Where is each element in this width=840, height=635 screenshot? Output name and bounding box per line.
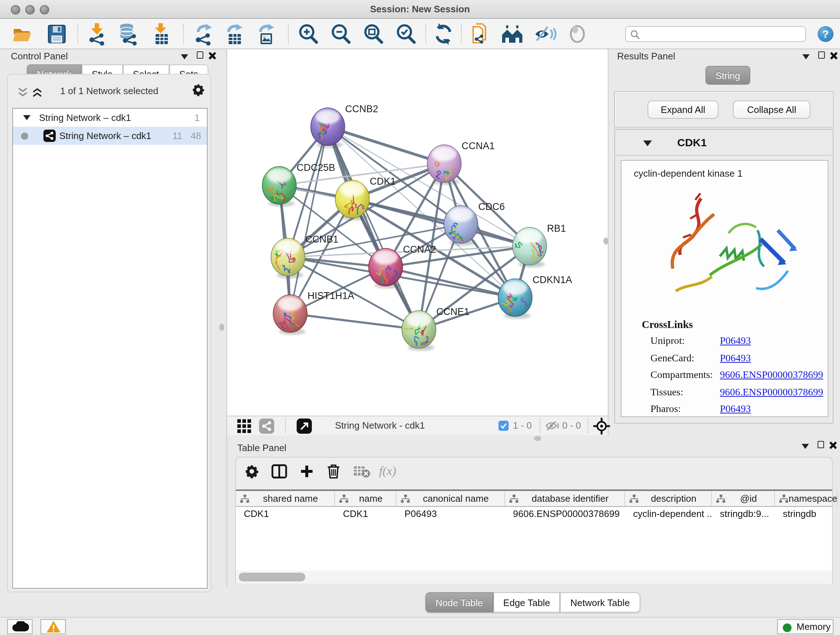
table-panel-close-icon[interactable] [829, 441, 836, 449]
expand-all-button[interactable]: Expand All [647, 101, 718, 119]
delete-column-icon[interactable] [327, 464, 340, 481]
open-external-icon[interactable] [297, 418, 312, 436]
hidden-counts: 0 - 0 [562, 420, 581, 431]
show-columns-icon[interactable] [271, 464, 287, 481]
import-network-from-database-icon[interactable] [117, 22, 140, 46]
collapse-all-networks-icon[interactable] [17, 88, 28, 96]
network-node-CCNB1[interactable] [271, 238, 305, 279]
refresh-icon[interactable] [432, 22, 455, 46]
zoom-fit-icon[interactable] [362, 22, 385, 46]
network-tree-child-row[interactable]: String Network – cdk1 11 48 [13, 127, 207, 145]
crosslink-link[interactable]: P06493 [720, 335, 751, 347]
network-graph[interactable]: CCNB2CCNA1CDC25BCDK1CDC6RB1CCNB1CCNA2CDK… [227, 49, 608, 416]
birds-eye-view-icon[interactable] [593, 418, 610, 437]
network-edge[interactable] [290, 314, 419, 329]
grid-view-icon[interactable] [237, 418, 252, 436]
network-options-gear-icon[interactable] [192, 83, 205, 96]
results-panel-menu-icon[interactable] [802, 54, 810, 59]
expand-all-networks-icon[interactable] [32, 88, 43, 96]
warning-status-button[interactable] [41, 619, 66, 634]
network-edge[interactable] [328, 127, 444, 164]
control-panel-float-icon[interactable] [197, 51, 203, 59]
import-table-icon[interactable] [150, 22, 173, 46]
function-builder-icon[interactable]: f(x) [379, 464, 396, 478]
scrollbar-thumb[interactable] [239, 573, 305, 581]
tab-node-table[interactable]: Node Table [425, 592, 493, 613]
column-label: canonical name [410, 493, 504, 504]
column-header-canonical-name[interactable]: canonical name [396, 491, 505, 506]
table-panel-float-icon[interactable] [818, 441, 824, 448]
table-row[interactable]: CDK1CDK1P064939606.ENSP00000378699cyclin… [236, 507, 832, 521]
new-table-icon[interactable] [223, 22, 246, 46]
share-document-icon[interactable] [470, 22, 493, 46]
right-splitter-handle[interactable] [603, 238, 608, 245]
results-panel-close-icon[interactable] [829, 51, 837, 59]
column-header-@id[interactable]: @id [712, 491, 775, 506]
delete-table-icon[interactable] [353, 464, 370, 481]
table-horizontal-scrollbar[interactable] [236, 570, 832, 584]
save-session-icon[interactable] [45, 22, 68, 46]
network-node-CDC6[interactable] [444, 206, 478, 248]
table-header-row: shared namenamecanonical namedatabase id… [236, 491, 832, 507]
tab-edge-table[interactable]: Edge Table [493, 592, 561, 613]
network-node-CCNA2[interactable] [369, 249, 403, 292]
column-header-shared-name[interactable]: shared name [236, 491, 335, 506]
crosslink-link[interactable]: 9606.ENSP00000378699 [720, 386, 823, 398]
network-node-HIST1H1A[interactable] [273, 295, 307, 336]
network-node-CCNA1[interactable] [427, 145, 461, 185]
results-panel-float-icon[interactable] [818, 51, 825, 59]
table-splitter-handle[interactable] [534, 436, 541, 441]
tree-collapse-icon[interactable] [23, 115, 30, 120]
crosslink-link[interactable]: P06493 [720, 352, 751, 364]
crosslink-link[interactable]: 9606.ENSP00000378699 [720, 369, 823, 381]
table-cell: P06493 [396, 507, 505, 521]
gene-section-header[interactable]: CDK1 [616, 130, 832, 156]
table-options-gear-icon[interactable] [245, 464, 259, 481]
network-share-icon[interactable] [259, 418, 274, 436]
open-session-icon[interactable] [11, 22, 34, 46]
zoom-out-icon[interactable] [329, 22, 352, 46]
cloud-status-button[interactable] [7, 619, 33, 634]
network-edge[interactable] [290, 127, 328, 314]
network-node-CDK1[interactable] [335, 180, 369, 225]
search-input[interactable] [625, 26, 806, 42]
column-type-icon [339, 494, 349, 503]
gene-collapse-icon[interactable] [643, 141, 652, 146]
control-panel-menu-icon[interactable] [181, 54, 188, 59]
zoom-in-icon[interactable] [297, 22, 320, 46]
network-node-CCNE1[interactable] [401, 310, 436, 352]
home-icon[interactable] [501, 22, 524, 46]
table-panel-title: Table Panel [237, 442, 286, 453]
add-column-icon[interactable] [300, 464, 314, 481]
export-image-icon[interactable] [255, 22, 278, 46]
collapse-all-button[interactable]: Collapse All [733, 101, 810, 119]
node-label-CDK1: CDK1 [370, 176, 396, 187]
crosslink-link[interactable]: P06493 [720, 403, 751, 415]
column-header-namespace[interactable]: namespace [775, 491, 838, 506]
memory-button[interactable]: Memory [777, 619, 834, 634]
help-button[interactable]: ? [818, 26, 834, 42]
import-network-icon[interactable] [86, 22, 109, 46]
network-node-CDKN1A[interactable] [498, 279, 532, 323]
hide-panels-icon[interactable] [533, 22, 556, 46]
show-panels-icon[interactable] [566, 22, 589, 46]
network-node-RB1[interactable] [513, 227, 546, 268]
tab-network-table[interactable]: Network Table [561, 592, 640, 613]
column-header-description[interactable]: description [625, 491, 712, 506]
zoom-selected-icon[interactable] [394, 22, 417, 46]
string-tab[interactable]: String [706, 66, 750, 85]
left-splitter-handle[interactable] [219, 324, 224, 331]
network-view[interactable]: CCNB2CCNA1CDC25BCDK1CDC6RB1CCNB1CCNA2CDK… [226, 49, 608, 435]
main-toolbar: ? [0, 19, 840, 49]
table-cell: stringdb:9... [712, 507, 775, 521]
results-panel-title: Results Panel [617, 51, 675, 62]
control-panel-close-icon[interactable] [208, 51, 216, 59]
new-network-icon[interactable] [193, 22, 216, 46]
results-gene-section: CDK1 cyclin-dependent kinase 1 [614, 129, 834, 424]
column-header-database-identifier[interactable]: database identifier [505, 491, 625, 506]
network-tree-root-row[interactable]: String Network – cdk1 1 [13, 109, 207, 127]
table-panel-menu-icon[interactable] [802, 444, 809, 449]
network-node-CDC25B[interactable] [262, 166, 296, 208]
column-header-name[interactable]: name [335, 491, 396, 506]
selected-checkbox-icon[interactable] [499, 421, 508, 433]
